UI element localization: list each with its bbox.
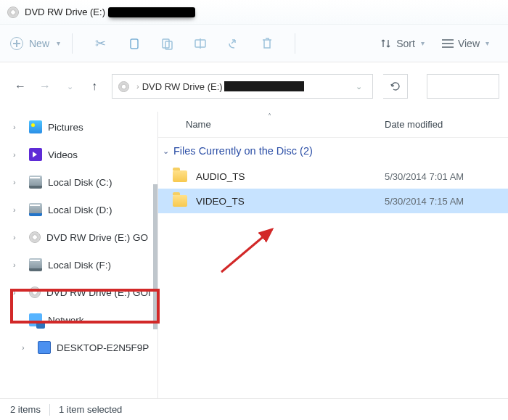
status-bar: 2 items 1 item selected xyxy=(0,398,508,420)
folder-icon xyxy=(173,170,187,182)
sidebar-item-dvd-drive-current[interactable]: › DVD RW Drive (E:) GOI xyxy=(0,279,157,306)
sidebar-item-label: Local Disk (C:) xyxy=(48,177,112,188)
breadcrumb-separator: › xyxy=(136,82,139,91)
search-input[interactable] xyxy=(427,74,499,99)
folder-icon xyxy=(173,195,187,207)
sidebar-item-label: Local Disk (D:) xyxy=(48,205,112,215)
drive-icon xyxy=(29,258,42,271)
sidebar-item-label: DVD RW Drive (E:) GO xyxy=(46,232,148,243)
group-header[interactable]: ⌄ Files Currently on the Disc (2) xyxy=(158,138,508,164)
sort-ascending-icon: ˄ xyxy=(268,112,271,120)
sidebar-item-videos[interactable]: › Videos xyxy=(0,141,157,168)
status-item-count: 2 items xyxy=(10,404,41,415)
redacted-region xyxy=(224,81,304,91)
sidebar-scrollbar[interactable] xyxy=(153,112,157,418)
status-selected-count: 1 item selected xyxy=(59,404,122,415)
collapse-icon[interactable]: ⌄ xyxy=(13,316,25,325)
file-date: 5/30/2014 7:15 AM xyxy=(377,196,508,207)
sidebar-item-label: Videos xyxy=(48,149,78,160)
main-panel: Name ˄ Date modified ⌄ Files Currently o… xyxy=(158,112,508,418)
file-date: 5/30/2014 7:01 AM xyxy=(377,171,508,182)
network-icon xyxy=(29,313,42,326)
expand-icon[interactable]: › xyxy=(13,288,25,297)
column-label: Name xyxy=(186,119,211,130)
sidebar-item-local-disk-f[interactable]: › Local Disk (F:) xyxy=(0,251,157,279)
redacted-region xyxy=(108,7,195,17)
videos-icon xyxy=(29,148,42,161)
sort-label: Sort xyxy=(396,38,415,49)
sidebar: › Pictures › Videos › Local Disk (C:) › … xyxy=(0,112,158,418)
chevron-down-icon: ▾ xyxy=(486,39,489,47)
copy-icon[interactable] xyxy=(123,33,144,54)
new-button[interactable]: New ▾ xyxy=(10,37,60,50)
group-header-label: Files Currently on the Disc (2) xyxy=(173,145,313,157)
breadcrumb-path: DVD RW Drive (E:) xyxy=(142,81,223,92)
plus-icon xyxy=(10,37,23,50)
sidebar-item-dvd-drive[interactable]: › DVD RW Drive (E:) GO xyxy=(0,223,157,251)
pictures-icon xyxy=(29,120,42,133)
sidebar-item-desktop-pc[interactable]: › DESKTOP-E2N5F9P xyxy=(0,334,157,361)
sidebar-item-local-disk-d[interactable]: › Local Disk (D:) xyxy=(0,196,157,223)
up-button[interactable]: ↑ xyxy=(87,80,102,93)
expand-icon[interactable]: › xyxy=(13,150,25,159)
sidebar-item-label: DESKTOP-E2N5F9P xyxy=(57,342,149,353)
sidebar-item-label: Local Disk (F:) xyxy=(48,260,111,271)
sort-button[interactable]: Sort ▾ xyxy=(380,38,425,49)
disc-icon xyxy=(118,81,129,92)
drive-icon xyxy=(29,176,42,189)
sidebar-item-local-disk-c[interactable]: › Local Disk (C:) xyxy=(0,168,157,196)
expand-icon[interactable]: › xyxy=(13,205,25,214)
new-label: New xyxy=(29,38,49,49)
paste-icon[interactable] xyxy=(157,33,177,54)
sidebar-item-label: Pictures xyxy=(48,122,83,133)
back-button[interactable]: ← xyxy=(13,80,28,93)
view-label: View xyxy=(458,38,480,49)
pc-icon xyxy=(38,341,51,354)
column-label: Date modified xyxy=(385,119,443,130)
disc-icon xyxy=(7,7,19,18)
address-bar[interactable]: › DVD RW Drive (E:) ⌄ xyxy=(112,74,373,99)
chevron-down-icon: ▾ xyxy=(421,39,425,47)
column-date-modified[interactable]: Date modified xyxy=(377,119,508,130)
chevron-down-icon: ▾ xyxy=(57,39,60,47)
expand-icon[interactable]: › xyxy=(13,233,25,242)
column-headers: Name ˄ Date modified xyxy=(158,112,508,138)
file-name: VIDEO_TS xyxy=(196,196,377,207)
window-title: DVD RW Drive (E:) xyxy=(25,7,105,17)
view-button[interactable]: View ▾ xyxy=(442,38,489,49)
file-row-selected[interactable]: VIDEO_TS 5/30/2014 7:15 AM xyxy=(158,189,508,213)
share-icon[interactable] xyxy=(224,33,244,54)
sort-icon xyxy=(380,38,392,49)
column-name[interactable]: Name ˄ xyxy=(158,119,377,130)
forward-button[interactable]: → xyxy=(38,80,52,93)
file-name: AUDIO_TS xyxy=(196,171,377,182)
expand-icon[interactable]: › xyxy=(13,123,25,131)
toolbar: New ▾ ✂ Sort ▾ View ▾ xyxy=(0,25,508,62)
view-icon xyxy=(442,38,454,49)
refresh-button[interactable] xyxy=(383,74,408,99)
dvd-icon xyxy=(29,287,41,298)
chevron-down-icon[interactable]: ⌄ xyxy=(356,82,362,91)
titlebar: DVD RW Drive (E:) xyxy=(0,0,508,25)
history-chevron[interactable]: ⌄ xyxy=(62,82,77,91)
drive-icon xyxy=(29,203,42,216)
expand-icon[interactable]: › xyxy=(13,260,25,269)
sidebar-item-label: Network xyxy=(48,315,84,326)
scrollbar-thumb[interactable] xyxy=(153,184,157,329)
dvd-icon xyxy=(29,231,41,243)
sidebar-item-network[interactable]: ⌄ Network xyxy=(0,306,157,334)
file-row[interactable]: AUDIO_TS 5/30/2014 7:01 AM xyxy=(158,164,508,189)
sidebar-item-pictures[interactable]: › Pictures xyxy=(0,113,157,141)
delete-icon[interactable] xyxy=(257,33,277,54)
expand-icon[interactable]: › xyxy=(22,343,33,352)
sidebar-item-label: DVD RW Drive (E:) GOI xyxy=(46,287,151,298)
rename-icon[interactable] xyxy=(190,33,210,54)
cut-icon[interactable]: ✂ xyxy=(90,33,110,54)
navbar: ← → ⌄ ↑ › DVD RW Drive (E:) ⌄ xyxy=(0,62,508,112)
expand-icon[interactable]: › xyxy=(13,178,25,186)
chevron-down-icon: ⌄ xyxy=(163,147,169,156)
svg-rect-0 xyxy=(131,39,138,49)
